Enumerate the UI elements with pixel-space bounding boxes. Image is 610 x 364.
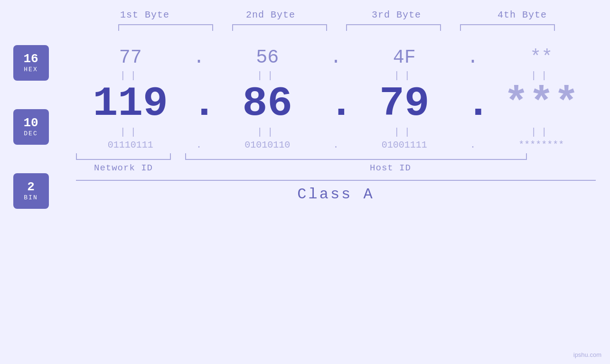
bottom-bracket-host <box>185 153 527 160</box>
byte1-header: 1st Byte <box>93 9 197 20</box>
hex-dot2: . <box>328 47 343 68</box>
class-bar <box>76 180 596 181</box>
base-badges: 16 HEX 10 DEC 2 BIN <box>0 40 62 209</box>
bin-badge-num: 2 <box>27 181 35 193</box>
eq2-b1: || <box>83 127 178 138</box>
main-container: 1st Byte 2nd Byte 3rd Byte 4th Byte 16 H… <box>0 0 610 364</box>
bin-badge: 2 BIN <box>13 173 49 209</box>
top-bracket-2 <box>232 24 327 31</box>
dec-b3: 79 <box>357 83 452 125</box>
byte2-header: 2nd Byte <box>218 9 323 20</box>
dec-b1: 119 <box>83 83 178 125</box>
bin-dot3: . <box>466 140 480 150</box>
eq2-b3: || <box>357 127 452 138</box>
equals-row-2: || || || || <box>62 125 610 140</box>
byte4-header: 4th Byte <box>470 9 574 20</box>
bin-b2: 01010110 <box>220 140 315 150</box>
values-area: 77 . 56 . 4F . ** || || || || 119 <box>62 40 610 209</box>
dec-b4: *** <box>494 83 589 125</box>
hex-b2: 56 <box>220 47 315 68</box>
bin-badge-label: BIN <box>24 194 38 201</box>
dec-badge: 10 DEC <box>13 109 49 145</box>
eq1-b4: || <box>494 70 589 81</box>
hex-value-row: 77 . 56 . 4F . ** <box>62 40 610 68</box>
bin-dot2: . <box>328 140 343 150</box>
top-bracket-3 <box>346 24 441 31</box>
eq1-b2: || <box>220 70 315 81</box>
top-bracket-1 <box>118 24 213 31</box>
bin-value-row: 01110111 . 01010110 . 01001111 . *******… <box>62 140 610 150</box>
dec-dot3: . <box>466 83 480 125</box>
top-bracket-4 <box>460 24 555 31</box>
host-id-label: Host ID <box>185 163 596 173</box>
hex-badge: 16 HEX <box>13 45 49 81</box>
dec-badge-label: DEC <box>24 130 38 137</box>
hex-badge-num: 16 <box>23 53 38 65</box>
hex-dot3: . <box>466 47 480 68</box>
hex-b1: 77 <box>83 47 178 68</box>
dec-dot1: . <box>192 83 206 125</box>
hex-badge-label: HEX <box>24 66 38 73</box>
dec-value-row: 119 . 86 . 79 . *** <box>62 83 610 125</box>
byte-headers: 1st Byte 2nd Byte 3rd Byte 4th Byte <box>82 9 585 20</box>
class-label-row: Class A <box>62 186 610 203</box>
content-area: 16 HEX 10 DEC 2 BIN 77 . 56 . 4F . ** <box>0 40 610 209</box>
hex-dot1: . <box>192 47 206 68</box>
eq1-b3: || <box>357 70 452 81</box>
dec-badge-num: 10 <box>23 117 38 129</box>
eq2-b4: || <box>494 127 589 138</box>
network-id-label: Network ID <box>76 163 171 173</box>
eq2-b2: || <box>220 127 315 138</box>
class-label: Class A <box>297 186 374 203</box>
eq1-b1: || <box>83 70 178 81</box>
dec-b2: 86 <box>220 83 315 125</box>
segment-labels: Network ID Host ID <box>62 160 610 173</box>
bin-b1: 01110111 <box>83 140 178 150</box>
bin-dot1: . <box>192 140 206 150</box>
hex-b3: 4F <box>357 47 452 68</box>
bottom-brackets <box>62 150 610 160</box>
bin-b3: 01001111 <box>357 140 452 150</box>
dec-dot2: . <box>328 83 343 125</box>
top-brackets <box>109 24 564 31</box>
bottom-bracket-network <box>76 153 171 160</box>
watermark: ipshu.com <box>573 351 601 358</box>
bin-b4: ******** <box>494 140 589 150</box>
hex-b4: ** <box>494 47 589 68</box>
byte3-header: 3rd Byte <box>344 9 449 20</box>
